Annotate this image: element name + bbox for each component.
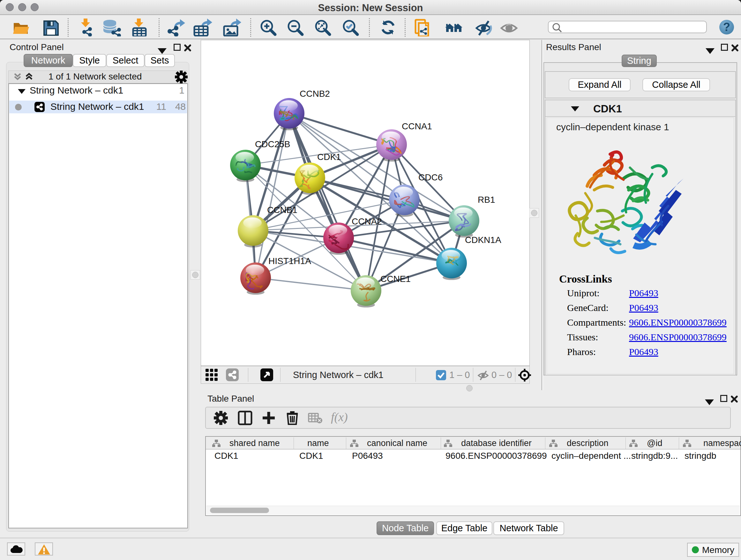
svg-text:CDK1: CDK1 xyxy=(317,152,341,162)
svg-text:CCNB2: CCNB2 xyxy=(300,89,330,99)
svg-text:CCNA1: CCNA1 xyxy=(402,121,432,131)
svg-text:HIST1H1A: HIST1H1A xyxy=(268,256,311,266)
svg-text:CDKN1A: CDKN1A xyxy=(465,235,501,245)
svg-text:CDC25B: CDC25B xyxy=(255,139,290,149)
svg-text:CCNE1: CCNE1 xyxy=(381,274,411,284)
svg-text:CCNA2: CCNA2 xyxy=(352,216,382,226)
svg-text:CCNB1: CCNB1 xyxy=(267,205,297,215)
svg-text:CDC6: CDC6 xyxy=(418,172,443,182)
svg-text:RB1: RB1 xyxy=(478,195,495,205)
